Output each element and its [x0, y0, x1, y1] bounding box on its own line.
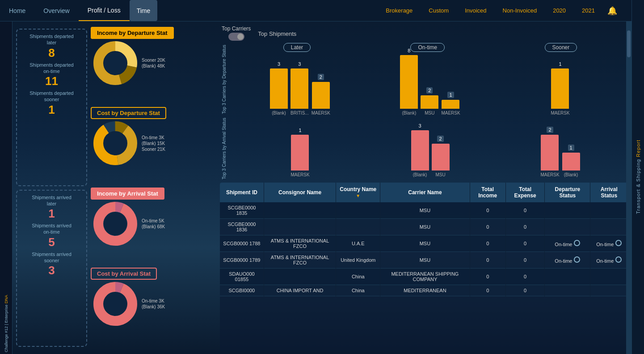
table-row[interactable]: SDAUO000 01855ChinaMEDITERRANEAN SHIPPIN…: [220, 269, 628, 285]
nav-custom[interactable]: Custom: [425, 7, 452, 14]
nav-overview[interactable]: Overview: [34, 0, 78, 21]
top-carriers-toggle[interactable]: [228, 33, 244, 41]
scrollbar-thumb[interactable]: [627, 30, 631, 57]
table-row[interactable]: SCGBI0000CHINA IMPORT ANDChinaMEDITERRAN…: [220, 285, 628, 296]
col-shipment-id: Shipment ID: [220, 183, 264, 202]
departed-stats-box: Shipments departed later 8 Shipments dep…: [16, 29, 87, 186]
bar-later-maersk-bar: [312, 82, 330, 109]
bar-sooner-maersk-val: 1: [559, 61, 561, 67]
side-label-text: Transport & Shipping Report: [636, 140, 641, 214]
arr-bar-ontime-msu: 2 MSU: [432, 136, 450, 177]
shipments-table-container[interactable]: Shipment ID Consignor Name Country Name …: [220, 183, 628, 350]
stat-departed-ontime-label: Shipments departed on-time: [29, 62, 74, 75]
table-body: SCGBE0000 1835MSU00SCGBE0000 1836MSU00SC…: [220, 202, 628, 296]
stat-departed-later-value: 8: [38, 46, 65, 60]
challenge-label: Challenge #12 | Enterprise DNA: [2, 293, 10, 354]
nav-invoiced[interactable]: Invoiced: [461, 7, 490, 14]
bar-later-maersk-lbl: MAERSK: [311, 111, 330, 115]
arrival-axis-label: Top 3 Carriers by Arrival Status: [220, 116, 232, 181]
stat-arrived-sooner-label: Shipments arrived sooner: [29, 251, 74, 264]
stat-departed-later-label: Shipments departed later: [29, 33, 74, 46]
col-country-label: Country Name: [340, 186, 376, 192]
nav-brokerage[interactable]: Brokerage: [382, 7, 416, 14]
right-panel: Top Carriers Top Shipments Top 3 Carrier…: [218, 21, 631, 354]
left-panel: Shipments departed later 8 Shipments dep…: [13, 21, 218, 354]
arr-bar-later-maersk-lbl: MAERSK: [290, 172, 309, 177]
top-nav: Home Overview Profit / Loss Time Brokera…: [0, 0, 644, 21]
arr-bar-ontime-blank: 3 (Blank): [411, 130, 429, 177]
svg-point-4: [104, 51, 127, 75]
nav-non-invoiced[interactable]: Non-Invoiced: [499, 7, 541, 14]
arr-bar-sooner-blank-bar: [562, 153, 580, 171]
bar-later-britis-val: 3: [298, 61, 301, 67]
svg-point-13: [104, 212, 127, 235]
table-row[interactable]: SCGBE0000 1836MSU00: [220, 219, 628, 235]
arrival-bars-row: 1 MAERSK 3 (Blank): [232, 119, 628, 177]
stat-arrived-sooner-value: 3: [38, 264, 65, 277]
stats-column: Shipments departed later 8 Shipments dep…: [13, 25, 91, 350]
arrived-stats-box: Shipments arrived later 1 Shipments arri…: [16, 190, 87, 347]
sort-arrow-country[interactable]: ▼: [356, 193, 360, 198]
income-arrival-title: Income by Arrival Stat: [91, 188, 164, 200]
income-arrival-donut: [91, 199, 140, 248]
svg-point-17: [104, 292, 127, 316]
arr-bar-ontime-blank-lbl: (Blank): [413, 172, 427, 177]
stat-departed-ontime: Shipments departed on-time 11: [22, 62, 81, 89]
col-country[interactable]: Country Name ▼: [336, 183, 380, 202]
col-expense: Total Expense: [505, 183, 545, 202]
cost-dep-label-sooner: Sooner 21K: [142, 147, 165, 152]
cost-arrival-title: Cost by Arrival Stat: [91, 268, 157, 280]
departure-axis-label: Top 3 Carriers by Departure Status: [220, 43, 232, 116]
nav-2021[interactable]: 2021: [578, 7, 598, 14]
cost-departure-title: Cost by Departure Stat: [91, 107, 166, 119]
cost-dep-label-ontime: On-time 3K: [142, 135, 165, 140]
income-arr-label-ontime: On-time 5K: [142, 218, 165, 223]
bar-sooner-maersk-lbl: MAERSK: [551, 111, 569, 115]
bar-later-britis-lbl: BRITIS...: [290, 111, 309, 115]
table-row[interactable]: SCGB0000 1789ATMS & INTERNATIONAL FZCOUn…: [220, 252, 628, 269]
right-scrollbar[interactable]: [626, 21, 631, 354]
table-header-row: Shipment ID Consignor Name Country Name …: [220, 183, 628, 202]
bar-ontime-blank-val: 8: [408, 48, 410, 53]
bell-icon[interactable]: 🔔: [607, 6, 617, 16]
nav-2020[interactable]: 2020: [549, 7, 569, 14]
bar-ontime-blank-lbl: (Blank): [402, 111, 417, 115]
nav-profit-loss[interactable]: Profit / Loss: [79, 0, 130, 21]
cost-arrival-donut: [91, 279, 140, 328]
stat-arrived-ontime: Shipments arrived on-time 5: [22, 222, 81, 249]
col-arr-status: Arrival Status: [590, 183, 628, 202]
arr-bar-ontime-msu-bar: [432, 144, 450, 171]
bar-later-maersk: 2 MAERSK: [311, 74, 330, 115]
departure-bars-row: 3 (Blank) 3 BRITIS... 2: [232, 57, 628, 115]
main-content: Shipments departed later 8 Shipments dep…: [13, 21, 631, 354]
status-sooner: Sooner: [545, 43, 577, 52]
arr-bar-sooner-blank: 1 (Blank): [562, 145, 580, 177]
stat-departed-sooner: Shipments departed sooner 1: [22, 90, 81, 117]
table-row[interactable]: SCGB0000 1788ATMS & INTERNATIONAL FZCOU.…: [220, 235, 628, 252]
filter-bar: Top Carriers Top Shipments: [218, 23, 630, 43]
cost-arr-label-ontime: On-time 3K: [142, 299, 165, 303]
top-shipments-label: Top Shipments: [258, 30, 296, 37]
bar-later-britis-bar: 3: [290, 68, 308, 109]
nav-time[interactable]: Time: [130, 0, 158, 21]
bar-ontime-msu-lbl: MSU: [425, 111, 434, 115]
income-departure-donut: [91, 38, 140, 88]
shipments-table: Shipment ID Consignor Name Country Name …: [220, 183, 628, 296]
nav-right-group: Brokerage Custom Invoiced Non-Invoiced 2…: [382, 6, 644, 16]
cost-departure-donut: [91, 119, 140, 168]
svg-point-9: [104, 132, 127, 155]
stat-departed-ontime-value: 11: [38, 74, 65, 88]
arr-bar-sooner-maersk: 2 MAERSK: [540, 127, 559, 177]
bar-ontime-maersk-lbl: MAERSK: [441, 111, 460, 115]
col-dep-status: Departure Status: [545, 183, 590, 202]
stat-departed-sooner-label: Shipments departed sooner: [29, 90, 74, 103]
arr-bar-sooner-maersk-bar: [541, 135, 559, 171]
bar-ontime-msu-bar: [421, 95, 438, 109]
table-row[interactable]: SCGBE0000 1835MSU00: [220, 202, 628, 219]
bar-later-blank-val: 3: [278, 61, 280, 67]
cost-dep-label-blank: (Blank) 15K: [142, 141, 165, 146]
col-consignor: Consignor Name: [264, 183, 336, 202]
bar-later-blank-lbl: (Blank): [272, 111, 286, 115]
nav-home[interactable]: Home: [0, 0, 34, 21]
bar-later-britis: 3 BRITIS...: [290, 68, 309, 115]
